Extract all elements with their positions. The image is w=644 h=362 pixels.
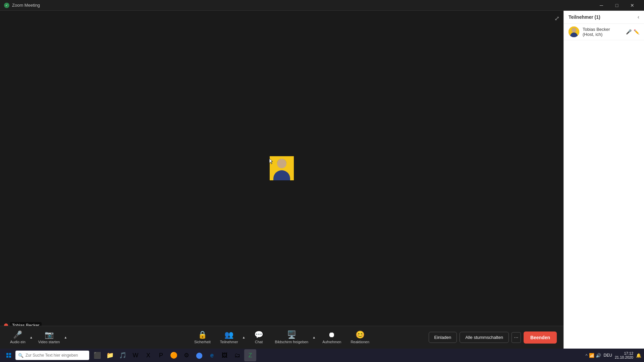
participants-arrow-button[interactable]: ▲ (241, 334, 246, 341)
invite-button[interactable]: Einladen (429, 332, 457, 343)
expand-button[interactable]: ⤢ (553, 13, 561, 23)
taskbar-chrome[interactable]: ⬤ (193, 349, 205, 361)
record-label: Aufnehmen (322, 340, 341, 344)
share-label: Bildschirm freigeben (275, 340, 309, 344)
window-title: Zoom Meeting (12, 3, 40, 8)
toolbar-right: Einladen Alle stummschalten ··· Beenden (429, 331, 557, 344)
system-tray: ^ 📶 🔊 (585, 353, 601, 358)
chat-button[interactable]: 💬 Chat (249, 329, 269, 346)
participants-button[interactable]: 👥 Teilnehmer (217, 329, 241, 346)
search-icon: 🔍 (18, 353, 23, 358)
chat-icon: 💬 (254, 331, 263, 339)
taskbar: 🔍 ⬛ 📁 🎵 W X P 🟠 ⚙ ⬤ e 🖼 🗂 Z ^ 📶 🔊 DEU 17… (0, 349, 644, 362)
volume-icon: 🔊 (596, 353, 601, 358)
reactions-icon: 😊 (356, 331, 365, 339)
participant-avatar (270, 156, 294, 180)
end-button[interactable]: Beenden (524, 331, 557, 344)
mic-muted-icon: 🎤 (13, 331, 22, 339)
security-icon: 🔒 (198, 331, 207, 339)
screen-share-icon: 🖥️ (287, 331, 296, 339)
taskbar-app-10[interactable]: 🗂 (231, 349, 244, 361)
panel-header: Teilnehmer (1) ‹ (564, 11, 644, 24)
title-bar: ✓ Zoom Meeting ─ □ ✕ (0, 0, 644, 11)
panel-title: Teilnehmer (1) (569, 14, 600, 20)
clock-date: 21.10.2020 (615, 355, 633, 359)
video-button[interactable]: 📷 Video starten (35, 329, 63, 346)
notification-icon[interactable]: 🔔 (636, 353, 641, 358)
video-control: 📷 Video starten ▲ (35, 329, 68, 346)
video-label: Video starten (38, 340, 60, 344)
toolbar-center: 🔒 Sicherheit 👥 Teilnehmer ▲ 💬 Chat (191, 329, 373, 346)
share-button[interactable]: 🖥️ Bildschirm freigeben (272, 329, 312, 346)
taskbar-app-6[interactable]: 🟠 (168, 349, 180, 361)
zoom-shield-icon: ✓ (4, 3, 9, 8)
video-arrow-button[interactable]: ▲ (63, 334, 68, 341)
taskbar-app-9[interactable]: 🖼 (219, 349, 231, 361)
taskbar-icons: ⬛ 📁 🎵 W X P 🟠 ⚙ ⬤ e 🖼 🗂 Z (91, 349, 256, 361)
audio-control: 🎤 Audio ein ▲ (7, 329, 34, 346)
audio-button[interactable]: 🎤 Audio ein (7, 329, 29, 346)
explorer-icon[interactable]: 📁 (104, 349, 116, 361)
video-off-icon: 📷 (45, 331, 54, 339)
security-button[interactable]: 🔒 Sicherheit (191, 329, 214, 346)
taskbar-right: ^ 📶 🔊 DEU 17:12 21.10.2020 🔔 (585, 351, 641, 359)
share-arrow-button[interactable]: ▲ (312, 334, 316, 341)
video-center (0, 11, 564, 326)
system-clock: 17:12 21.10.2020 (615, 351, 633, 359)
mic-muted-indicator: 🎤 (626, 29, 632, 35)
avatar-body (273, 170, 290, 180)
taskbar-search[interactable]: 🔍 (15, 351, 89, 360)
participant-thumbnail (569, 26, 579, 37)
title-bar-controls: ─ □ ✕ (594, 0, 640, 11)
edit-icon: ✏️ (634, 29, 639, 35)
thumb-head (572, 28, 576, 33)
participant-name: Tobias Becker (Host, ich) (583, 27, 623, 37)
avatar-head (277, 159, 286, 168)
participants-control: 👥 Teilnehmer ▲ (217, 329, 246, 346)
participant-item: Tobias Becker (Host, ich) 🎤 ✏️ (564, 24, 644, 40)
audio-arrow-button[interactable]: ▲ (29, 334, 34, 341)
record-icon: ⏺ (328, 331, 335, 339)
participants-icon: 👥 (224, 331, 233, 339)
search-input[interactable] (25, 353, 83, 358)
share-control: 🖥️ Bildschirm freigeben ▲ (272, 329, 317, 346)
close-button[interactable]: ✕ (625, 0, 640, 11)
reactions-label: Reaktionen (351, 340, 369, 344)
panel-collapse-button[interactable]: ‹ (638, 14, 639, 20)
clock-time: 17:12 (615, 351, 633, 355)
meeting-area: ⤢ Tobias Becker (0, 11, 564, 349)
more-button[interactable]: ··· (512, 332, 521, 343)
minimize-button[interactable]: ─ (594, 0, 609, 11)
title-bar-left: ✓ Zoom Meeting (4, 3, 40, 8)
taskbar-app-ppt[interactable]: P (155, 349, 167, 361)
toolbar-left: 🎤 Audio ein ▲ 📷 Video starten ▲ (7, 329, 68, 346)
participant-video (270, 156, 294, 180)
participants-panel: Teilnehmer (1) ‹ Tobias Becker (Host, ic… (564, 11, 644, 349)
start-button[interactable] (3, 349, 15, 361)
taskbar-app-1[interactable]: 🎵 (117, 349, 129, 361)
participant-info: Tobias Becker (Host, ich) (583, 27, 623, 37)
taskbar-app-word[interactable]: W (129, 349, 142, 361)
task-view-button[interactable]: ⬛ (91, 349, 103, 361)
chat-label: Chat (255, 340, 263, 344)
meeting-top-bar: ⤢ (553, 13, 561, 23)
mute-all-button[interactable]: Alle stummschalten (460, 332, 509, 343)
taskbar-app-7[interactable]: ⚙ (180, 349, 193, 361)
participants-label: Teilnehmer (220, 340, 238, 344)
chevron-icon[interactable]: ^ (585, 353, 587, 358)
security-label: Sicherheit (194, 340, 211, 344)
thumb-body (570, 33, 578, 37)
taskbar-app-excel[interactable]: X (142, 349, 154, 361)
main-content: ⤢ Tobias Becker (0, 11, 644, 349)
reactions-button[interactable]: 😊 Reaktionen (347, 329, 373, 346)
network-icon: 📶 (589, 353, 594, 358)
record-button[interactable]: ⏺ Aufnehmen (319, 329, 344, 346)
taskbar-zoom[interactable]: Z (244, 349, 256, 361)
windows-icon (6, 353, 11, 358)
language-indicator: DEU (604, 353, 612, 358)
audio-label: Audio ein (10, 340, 25, 344)
participant-icons: 🎤 ✏️ (626, 29, 639, 35)
maximize-button[interactable]: □ (609, 0, 625, 11)
taskbar-edge[interactable]: e (206, 349, 218, 361)
avatar-face (270, 156, 294, 180)
